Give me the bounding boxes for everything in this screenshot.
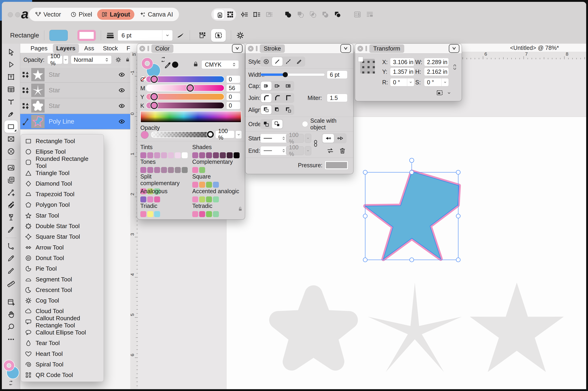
tool-node[interactable] — [4, 58, 18, 71]
color-swatch[interactable] — [154, 211, 160, 217]
slider-thumb[interactable] — [151, 93, 158, 100]
layer-name[interactable]: Star — [49, 102, 60, 109]
menu-item-star-tool[interactable]: Star Tool — [21, 210, 104, 221]
opacity-slider-thumb[interactable] — [207, 131, 214, 138]
start-style-dropdown[interactable] — [260, 134, 287, 143]
stroke-panel-header[interactable]: × Stroke — [246, 44, 353, 54]
slider-thumb[interactable] — [186, 84, 194, 92]
slider-thumb[interactable] — [283, 72, 288, 77]
selection-handle[interactable] — [363, 170, 367, 174]
snapping-button[interactable] — [195, 29, 210, 42]
menu-item-callout-rounded-rectangle-tool[interactable]: Callout Rounded Rectangle Tool — [21, 317, 104, 327]
color-swatch[interactable] — [168, 167, 174, 173]
stroke-width-field[interactable]: 6 pt — [327, 71, 347, 79]
layer-thumbnail[interactable] — [31, 68, 45, 81]
align-center-button[interactable] — [261, 105, 271, 114]
swap-fill-stroke-icon[interactable] — [7, 380, 15, 386]
color-swatch[interactable] — [213, 211, 219, 217]
tool-pages[interactable] — [4, 174, 18, 186]
layer-fx-gear-icon[interactable] — [115, 56, 121, 63]
menu-item-qr-code-tool[interactable]: QR Code Tool — [21, 370, 104, 381]
panel-menu-button[interactable] — [340, 44, 351, 53]
layer-name[interactable]: Star — [49, 71, 60, 78]
style-dash-button[interactable] — [283, 57, 294, 66]
menu-item-segment-tool[interactable]: Segment Tool — [21, 274, 104, 285]
opacity-value-field[interactable]: 100 % — [215, 130, 235, 138]
tool-view-hand[interactable] — [4, 308, 18, 321]
anchor-top-left[interactable] — [358, 57, 363, 62]
color-swatch[interactable] — [199, 211, 205, 217]
color-swatch[interactable] — [213, 152, 219, 158]
layer-thumbnail[interactable] — [31, 84, 45, 97]
menu-item-crescent-tool[interactable]: Crescent Tool — [21, 285, 104, 295]
color-swatch[interactable] — [192, 211, 198, 217]
menu-item-rounded-rectangle-tool[interactable]: Rounded Rectangle Tool — [21, 157, 104, 168]
tool-place-image[interactable] — [4, 162, 18, 174]
join-bevel-button[interactable] — [272, 94, 282, 102]
cap-square-button[interactable] — [272, 82, 282, 90]
tool-add-page[interactable] — [4, 296, 18, 308]
document-title[interactable]: <Untitled> @ 78%* — [510, 45, 559, 51]
y-value-field[interactable]: 0 — [226, 93, 241, 101]
x-field[interactable]: 3.106 in — [390, 58, 414, 66]
color-swatch[interactable] — [199, 196, 205, 202]
selection-handle[interactable] — [363, 214, 367, 218]
cap-butt-button[interactable] — [283, 82, 294, 90]
close-icon[interactable]: × — [248, 46, 253, 51]
transform-origin-icon[interactable] — [436, 89, 443, 97]
m-value-field[interactable]: 56 — [226, 84, 241, 92]
grid-view-icon[interactable] — [226, 10, 234, 19]
color-swatch[interactable] — [199, 182, 205, 188]
scale-with-object-radio[interactable] — [302, 121, 308, 127]
color-swatch[interactable] — [140, 196, 146, 202]
menu-item-cog-tool[interactable]: Cog Tool — [21, 295, 104, 306]
color-swatch[interactable] — [213, 182, 219, 188]
gray-star[interactable] — [470, 283, 564, 372]
order-behind-button[interactable] — [261, 120, 271, 128]
cap-round-button[interactable] — [261, 82, 271, 90]
tool-corner[interactable] — [4, 240, 18, 252]
panel-menu-button[interactable] — [232, 44, 243, 53]
tool-more[interactable] — [4, 333, 18, 346]
menu-item-diamond-tool[interactable]: Diamond Tool — [21, 178, 104, 189]
stroke-width-slider[interactable] — [261, 74, 325, 76]
color-swatch[interactable] — [154, 167, 160, 173]
y-field[interactable]: 1.357 in — [390, 68, 414, 76]
color-swatch[interactable] — [213, 196, 219, 202]
color-panel-header[interactable]: × Color — [137, 44, 245, 54]
color-swatch[interactable] — [147, 152, 153, 158]
menu-item-pie-tool[interactable]: Pie Tool — [21, 264, 104, 274]
shape-text-view-button[interactable] — [213, 9, 225, 20]
close-icon[interactable]: × — [357, 46, 363, 51]
layer-row-star-2[interactable]: Star — [20, 98, 130, 114]
layer-thumbnail[interactable] — [31, 115, 45, 128]
miter-field[interactable]: 1.5 — [327, 94, 347, 102]
color-swatch[interactable] — [161, 152, 167, 158]
stroke-color-ring[interactable] — [142, 58, 153, 69]
tool-zoom[interactable] — [4, 321, 18, 333]
color-swatch[interactable] — [199, 167, 205, 173]
current-color-swatch[interactable] — [141, 131, 149, 139]
align-inside-button[interactable] — [272, 105, 282, 114]
boolean-add-icon[interactable] — [284, 10, 292, 19]
color-swatch[interactable] — [147, 211, 153, 217]
shear-dropdown[interactable]: 0 ° — [424, 78, 449, 86]
menu-item-heart-tool[interactable]: Heart Tool — [21, 349, 104, 359]
tool-artistic-text[interactable] — [4, 96, 18, 108]
tool-rectangle[interactable] — [4, 120, 18, 133]
color-swatch[interactable] — [175, 167, 181, 173]
stroke-color-ring[interactable] — [4, 360, 14, 371]
tool-frame-text[interactable] — [4, 71, 18, 83]
order-front-button[interactable] — [272, 120, 282, 128]
color-swatch[interactable] — [220, 152, 226, 158]
menu-item-spiral-tool[interactable]: Spiral Tool — [21, 359, 104, 370]
selection-handle[interactable] — [363, 258, 367, 262]
menu-item-donut-tool[interactable]: Donut Tool — [21, 253, 104, 263]
tool-settings-gear-icon[interactable] — [236, 31, 244, 39]
gray-thin-star[interactable] — [368, 283, 462, 372]
tool-table[interactable] — [4, 83, 18, 96]
color-spectrum-strip[interactable] — [140, 111, 241, 123]
stroke-style-icon[interactable] — [106, 31, 114, 39]
delete-arrowheads-icon[interactable] — [339, 147, 346, 154]
color-swatch[interactable] — [147, 167, 153, 173]
